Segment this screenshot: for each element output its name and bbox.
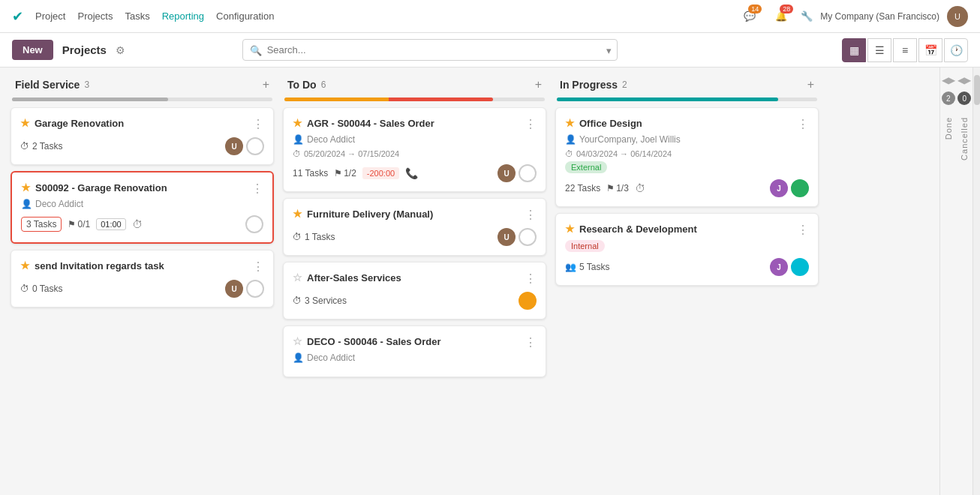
tag-external: External [565, 161, 607, 173]
star-icon-office[interactable]: ★ [565, 117, 575, 129]
star-icon-garage[interactable]: ★ [20, 117, 30, 129]
task-count-invitation[interactable]: ⏱ 0 Tasks [20, 284, 62, 294]
person-icon-office: 👤 [565, 134, 576, 145]
app-logo: ✔ [12, 8, 23, 25]
col-count-todo: 6 [321, 80, 326, 90]
clock-icon-office: ⏱ [565, 149, 573, 158]
chat-notification[interactable]: 💬 14 [738, 4, 762, 28]
task-count-aftersales[interactable]: ⏱ 3 Services [293, 296, 347, 306]
card-menu-aftersales[interactable]: ⋮ [525, 272, 537, 286]
nav-tasks[interactable]: Tasks [125, 8, 149, 25]
status-furniture[interactable] [519, 228, 537, 246]
task-count-garage[interactable]: ⏱ 2 Tasks [20, 141, 62, 152]
card-header-aftersales: ☆ After-Sales Services ⋮ [293, 272, 537, 286]
card-menu-agr[interactable]: ⋮ [525, 117, 537, 131]
list-view-button[interactable]: ☰ [867, 38, 891, 62]
card-menu-office[interactable]: ⋮ [797, 117, 809, 131]
clock-view-button[interactable]: 🕐 [944, 38, 968, 62]
nav-reporting[interactable]: Reporting [162, 8, 204, 25]
status-rd[interactable] [791, 258, 809, 276]
star-icon-rd[interactable]: ★ [565, 223, 575, 235]
col-count-inprogress: 2 [622, 80, 627, 90]
col-add-todo[interactable]: + [535, 78, 542, 92]
cards-todo: ★ AGR - S00044 - Sales Order ⋮ 👤 Deco Ad… [281, 107, 548, 488]
star-icon-aftersales[interactable]: ☆ [293, 272, 302, 284]
arrow-done[interactable]: ◀▶ [942, 75, 955, 86]
footer-left-s00092: 3 Tasks ⚑ 0/1 01:00 ⏱ [21, 217, 143, 232]
tag-internal: Internal [565, 240, 605, 252]
col-progress-field-service [12, 98, 272, 101]
nav-project[interactable]: Project [35, 8, 65, 25]
settings-gear-icon[interactable]: ⚙ [116, 44, 125, 56]
task-count-agr[interactable]: 11 Tasks [293, 168, 328, 178]
card-subtitle-office: 👤 YourCompany, Joel Willis [565, 134, 809, 145]
star-icon-s00092[interactable]: ★ [21, 182, 31, 194]
footer-right-invitation: U [225, 280, 264, 298]
side-col-done: ◀▶ 2 Done [940, 68, 957, 495]
kanban-view-button[interactable]: ▦ [842, 38, 866, 62]
search-dropdown-arrow[interactable]: ▾ [606, 44, 612, 56]
star-icon-agr[interactable]: ★ [293, 117, 302, 129]
clock-icon-s00092: ⏱ [132, 218, 143, 230]
search-input[interactable] [242, 39, 618, 61]
done-label: Done [944, 117, 953, 140]
col-progress-todo [284, 98, 545, 101]
list2-view-button[interactable]: ≡ [893, 38, 917, 62]
activity-notification[interactable]: 🔔 28 [769, 4, 793, 28]
card-menu-s00092[interactable]: ⋮ [251, 182, 263, 196]
status-agr[interactable] [519, 164, 537, 182]
user-avatar[interactable]: U [947, 6, 968, 27]
col-title-field-service: Field Service [15, 79, 80, 91]
col-header-field-service: Field Service 3 + [9, 75, 275, 98]
card-menu-invitation[interactable]: ⋮ [252, 260, 264, 274]
side-columns: ◀▶ 2 Done ◀▶ 0 Cancelled [939, 68, 972, 495]
cancelled-badge: 0 [957, 92, 971, 105]
flag-icon-office: ⚑ [606, 183, 615, 194]
task-count-office[interactable]: 22 Tasks [565, 183, 600, 194]
status-invitation[interactable] [246, 280, 264, 298]
task-count-rd[interactable]: 👥 5 Tasks [565, 262, 609, 272]
card-research-dev: ★ Research & Development ⋮ Internal 👥 5 … [555, 213, 819, 286]
card-footer-invitation: ⏱ 0 Tasks U [20, 280, 264, 298]
card-subtitle-deco: 👤 Deco Addict [293, 352, 537, 363]
card-menu-garage[interactable]: ⋮ [252, 117, 264, 131]
right-scrollbar[interactable] [972, 68, 980, 495]
card-title-office: ★ Office Design [565, 117, 642, 129]
star-icon-invitation[interactable]: ★ [20, 260, 30, 272]
cards-field-service: ★ Garage Renovation ⋮ ⏱ 2 Tasks [9, 107, 275, 488]
card-header-deco: ☆ DECO - S00046 - Sales Order ⋮ [293, 335, 537, 350]
col-header-todo: To Do 6 + [281, 75, 548, 98]
status-aftersales[interactable] [519, 292, 537, 310]
nav-projects[interactable]: Projects [77, 8, 113, 25]
chat-count: 14 [748, 4, 762, 14]
card-header-garage: ★ Garage Renovation ⋮ [20, 117, 264, 131]
card-footer-rd: 👥 5 Tasks J [565, 258, 809, 276]
search-icon: 🔍 [250, 44, 262, 56]
new-button[interactable]: New [12, 40, 53, 60]
card-menu-deco[interactable]: ⋮ [525, 335, 537, 350]
star-icon-furniture[interactable]: ★ [293, 208, 302, 220]
col-progress-inprogress [557, 98, 817, 101]
card-menu-furniture[interactable]: ⋮ [525, 208, 537, 222]
nav-configuration[interactable]: Configuration [216, 8, 274, 25]
task-count-s00092[interactable]: 3 Tasks [21, 217, 62, 232]
footer-left-office: 22 Tasks ⚑ 1/3 ⏱ [565, 182, 645, 194]
column-field-service: Field Service 3 + ★ Garage Renovation [9, 75, 275, 488]
card-footer-s00092: 3 Tasks ⚑ 0/1 01:00 ⏱ [21, 215, 263, 233]
card-title-agr: ★ AGR - S00044 - Sales Order [293, 117, 434, 129]
milestone-agr: ⚑ 1/2 [334, 168, 356, 178]
card-office-design: ★ Office Design ⋮ 👤 YourCompany, Joel Wi… [555, 107, 819, 207]
status-garage[interactable] [246, 137, 264, 155]
arrow-cancelled[interactable]: ◀▶ [957, 75, 971, 86]
calendar-view-button[interactable]: 📅 [918, 38, 942, 62]
footer-left-furniture: ⏱ 1 Tasks [293, 232, 335, 242]
task-count-furniture[interactable]: ⏱ 1 Tasks [293, 232, 335, 242]
col-add-field-service[interactable]: + [263, 78, 269, 92]
status-s00092[interactable] [245, 215, 263, 233]
card-header-s00092: ★ S00092 - Garage Renovation ⋮ [21, 182, 263, 196]
status-office[interactable] [791, 179, 809, 197]
col-add-inprogress[interactable]: + [807, 78, 814, 92]
activity-count: 28 [780, 4, 793, 14]
card-menu-rd[interactable]: ⋮ [797, 223, 809, 237]
star-icon-deco[interactable]: ☆ [293, 335, 302, 347]
